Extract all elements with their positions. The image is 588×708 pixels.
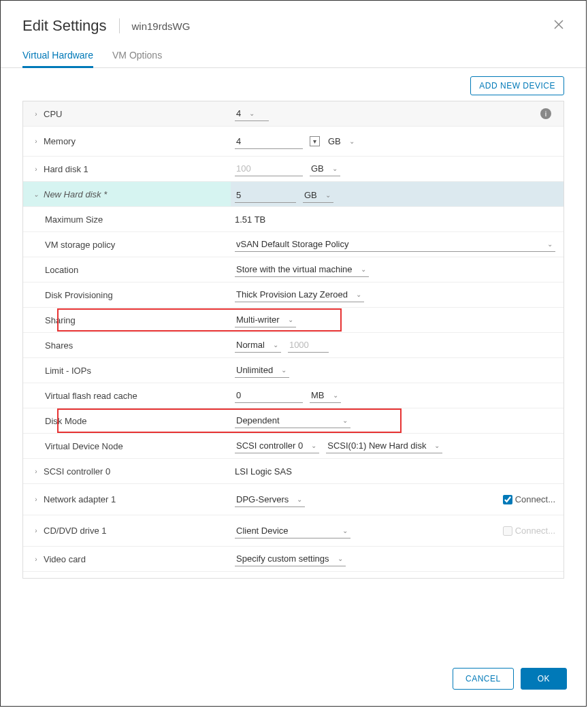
chevron-right-icon[interactable]: › [31,527,41,534]
tab-virtual-hardware[interactable]: Virtual Hardware [22,43,93,68]
chevron-down-icon: ⌄ [325,191,331,199]
cancel-button[interactable]: CANCEL [453,668,514,690]
hardware-grid: ›CPU 4⌄ i ›Memory ▾ GB⌄ ›Hard disk 1 [22,101,564,579]
chevron-right-icon[interactable]: › [31,496,41,503]
flash-input[interactable] [235,388,303,403]
add-new-device-button[interactable]: ADD NEW DEVICE [470,76,564,95]
net-label: Network adapter 1 [44,494,116,504]
chevron-right-icon[interactable]: › [31,468,41,475]
hd1-label: Hard disk 1 [44,164,88,174]
row-location: Location Store with the virtual machine⌄ [23,257,564,283]
memory-unit-select[interactable]: GB⌄ [327,134,357,148]
toolbar: ADD NEW DEVICE [1,68,586,101]
vm-name: win19rdsWG [132,20,191,32]
row-max-size: Maximum Size 1.51 TB [23,207,564,232]
location-label: Location [45,265,78,275]
chevron-down-icon: ⌄ [297,496,302,503]
header-divider [119,18,120,33]
dialog-title: Edit Settings [22,17,107,35]
chevron-down-icon: ⌄ [349,138,355,145]
ok-button[interactable]: OK [521,668,567,690]
chevron-down-icon[interactable]: ⌄ [31,191,41,198]
new-hd-size-input[interactable] [235,188,296,203]
row-virtual-device-node: Virtual Device Node SCSI controller 0⌄ S… [23,434,564,459]
memory-input[interactable] [235,134,303,149]
shares-select[interactable]: Normal⌄ [235,338,281,353]
chevron-down-icon: ⌄ [338,555,343,562]
tab-vm-options[interactable]: VM Options [112,43,162,67]
row-memory: ›Memory ▾ GB⌄ [23,127,564,157]
cd-select[interactable]: Client Device⌄ [235,524,350,538]
row-shares: Shares Normal⌄ [23,333,564,358]
shares-label: Shares [45,340,73,351]
row-disk-provisioning: Disk Provisioning Thick Provision Lazy Z… [23,283,564,308]
close-icon[interactable] [553,19,564,33]
vdn-slot-select[interactable]: SCSI(0:1) New Hard disk⌄ [326,438,442,453]
cd-label: CD/DVD drive 1 [44,526,106,536]
chevron-right-icon[interactable]: › [31,556,41,563]
vdn-label: Virtual Device Node [45,441,123,451]
chevron-down-icon: ⌄ [249,110,255,117]
storage-policy-label: VM storage policy [45,240,115,250]
provisioning-label: Disk Provisioning [45,290,113,300]
row-disk-mode: Disk Mode Dependent⌄ [23,408,564,434]
new-hd-label: New Hard disk * [44,189,107,199]
storage-policy-select[interactable]: vSAN Default Storage Policy⌄ [235,237,555,252]
cpu-select[interactable]: 4⌄ [235,106,269,121]
row-hard-disk-1: ›Hard disk 1 GB⌄ [23,157,564,182]
sharing-select[interactable]: Multi-writer⌄ [235,312,296,327]
cd-connect-label: Connect... [515,526,555,536]
flash-unit-select[interactable]: MB⌄ [310,388,341,403]
shares-value-input [288,338,329,353]
row-sharing: Sharing Multi-writer⌄ [23,308,564,333]
net-connect-checkbox[interactable] [503,495,512,504]
disk-mode-select[interactable]: Dependent⌄ [235,413,350,428]
chevron-down-icon: ⌄ [356,291,361,298]
provisioning-select[interactable]: Thick Provision Lazy Zeroed⌄ [235,287,364,302]
row-storage-policy: VM storage policy vSAN Default Storage P… [23,232,564,257]
chevron-down-icon: ⌄ [332,165,338,172]
edit-settings-dialog: Edit Settings win19rdsWG Virtual Hardwar… [0,0,587,707]
chevron-down-icon: ⌄ [333,391,338,399]
disk-mode-label: Disk Mode [45,416,86,426]
row-new-hard-disk: ⌄New Hard disk * GB⌄ [23,182,564,207]
row-cd-dvd: ›CD/DVD drive 1 Client Device⌄ Connect..… [23,515,564,547]
chevron-down-icon: ⌄ [281,366,287,374]
sharing-label: Sharing [45,315,76,325]
new-hd-unit-select[interactable]: GB⌄ [303,188,333,203]
max-size-label: Maximum Size [45,214,103,225]
memory-unit-stepper[interactable]: ▾ [310,136,320,146]
chevron-right-icon[interactable]: › [31,110,41,118]
tab-bar: Virtual Hardware VM Options [1,43,586,68]
hd1-unit-select[interactable]: GB⌄ [310,161,340,176]
chevron-down-icon: ⌄ [547,240,553,248]
chevron-down-icon: ⌄ [342,417,348,424]
row-limit-iops: Limit - IOPs Unlimited⌄ [23,358,564,383]
info-icon[interactable]: i [540,108,551,119]
row-network-adapter: ›Network adapter 1 DPG-Servers⌄ Connect.… [23,484,564,515]
row-video-card: ›Video card Specify custom settings⌄ [23,547,564,572]
vdn-controller-select[interactable]: SCSI controller 0⌄ [235,438,319,453]
scsi-label: SCSI controller 0 [44,466,110,477]
chevron-right-icon[interactable]: › [31,165,41,173]
row-cpu: ›CPU 4⌄ i [23,101,564,127]
max-size-value: 1.51 TB [235,214,265,225]
net-select[interactable]: DPG-Servers⌄ [235,492,305,507]
limit-select[interactable]: Unlimited⌄ [235,363,289,378]
grid-scroll[interactable]: ›CPU 4⌄ i ›Memory ▾ GB⌄ ›Hard disk 1 [23,101,564,578]
limit-label: Limit - IOPs [45,366,91,376]
row-scsi-controller: ›SCSI controller 0 LSI Logic SAS [23,459,564,484]
cpu-label: CPU [44,109,62,119]
chevron-down-icon: ⌄ [288,316,293,323]
memory-label: Memory [44,136,76,146]
video-label: Video card [44,554,86,564]
dialog-footer: CANCEL OK [1,656,586,706]
chevron-right-icon[interactable]: › [31,138,41,145]
chevron-down-icon: ⌄ [311,442,316,449]
dialog-header: Edit Settings win19rdsWG [1,1,586,43]
location-select[interactable]: Store with the virtual machine⌄ [235,262,369,277]
flash-label: Virtual flash read cache [45,391,137,401]
video-select[interactable]: Specify custom settings⌄ [235,551,346,566]
net-connect-label: Connect... [515,494,555,504]
hd1-size-input[interactable] [235,161,303,176]
